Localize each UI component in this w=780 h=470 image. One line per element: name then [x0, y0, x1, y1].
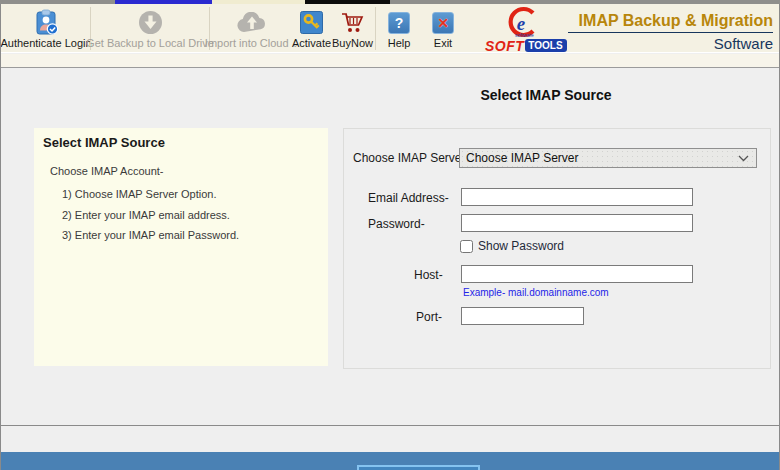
esofttools-logo: e software SOFTTOOLS — [485, 6, 555, 56]
app-title-line2: Software — [558, 35, 773, 52]
footer-gap — [1, 427, 779, 452]
email-label: Email Address- — [368, 191, 449, 205]
instruction-step-1: 1) Choose IMAP Server Option. — [62, 188, 216, 200]
chevron-down-icon — [738, 155, 756, 162]
password-input[interactable] — [461, 214, 693, 232]
activate-label: Activate — [292, 37, 331, 49]
get-backup-label: Get Backup to Local Drive — [86, 37, 214, 49]
app-title-line1: IMAP Backup & Migration — [558, 12, 773, 30]
imap-server-selected-value: Choose IMAP Server — [460, 151, 738, 165]
help-button[interactable]: ? Help — [378, 4, 420, 53]
email-input[interactable] — [461, 188, 693, 206]
get-backup-button[interactable]: Get Backup to Local Drive — [92, 4, 208, 53]
authenticate-login-label: Authenticate Login — [0, 37, 91, 49]
server-select-label: Choose IMAP Server- — [353, 151, 470, 165]
show-password-row: Show Password — [460, 239, 564, 253]
exit-x-icon: ✕ — [432, 9, 454, 36]
svg-text:e: e — [517, 13, 526, 34]
help-label: Help — [388, 37, 411, 49]
authenticate-login-button[interactable]: Authenticate Login — [3, 4, 89, 53]
instructions-subtitle: Choose IMAP Account- — [50, 165, 164, 177]
cloud-upload-icon — [236, 9, 268, 36]
bottom-blue-bar — [1, 452, 779, 470]
host-example-hint: Example- mail.domainname.com — [463, 287, 609, 298]
exit-button[interactable]: ✕ Exit — [422, 4, 464, 53]
buynow-button[interactable]: BuyNow — [331, 4, 374, 53]
port-input[interactable] — [461, 307, 584, 325]
app-window: Authenticate Login Get Backup to Local D… — [0, 0, 780, 470]
show-password-label: Show Password — [478, 239, 564, 253]
main-content: Select IMAP Source Select IMAP Source Ch… — [1, 69, 779, 426]
port-label: Port- — [416, 310, 442, 324]
download-circle-icon — [138, 9, 163, 36]
buynow-label: BuyNow — [332, 37, 373, 49]
page-title: Select IMAP Source — [321, 87, 771, 103]
buynow-cart-icon — [340, 9, 365, 36]
help-question-icon: ? — [388, 9, 410, 36]
imap-source-form-panel: Choose IMAP Server- Choose IMAP Server E… — [343, 128, 771, 369]
toolbar: Authenticate Login Get Backup to Local D… — [1, 4, 779, 53]
password-label: Password- — [368, 217, 425, 231]
authenticate-badge-icon — [33, 9, 59, 36]
toolbar-separator — [375, 7, 376, 50]
app-title-block: IMAP Backup & Migration Software — [558, 12, 773, 52]
activate-key-icon — [300, 9, 323, 36]
import-into-cloud-button[interactable]: Import into Cloud⌄ — [211, 4, 293, 53]
activate-button[interactable]: Activate — [289, 4, 334, 53]
exit-label: Exit — [434, 37, 452, 49]
instruction-step-2: 2) Enter your IMAP email address. — [62, 209, 230, 221]
host-label: Host- — [414, 268, 443, 282]
instruction-step-3: 3) Enter your IMAP email Password. — [62, 229, 239, 241]
show-password-checkbox[interactable] — [460, 240, 473, 253]
next-button-partial[interactable] — [357, 465, 480, 470]
import-into-cloud-label: Import into Cloud⌄ — [205, 37, 299, 49]
instructions-title: Select IMAP Source — [43, 135, 165, 150]
instructions-panel: Select IMAP Source Choose IMAP Account- … — [34, 128, 328, 366]
imap-server-select[interactable]: Choose IMAP Server — [459, 148, 757, 168]
title-divider — [568, 32, 773, 33]
logo-soft-label: SOFT — [485, 38, 524, 54]
host-input[interactable] — [461, 265, 693, 283]
sub-toolbar-strip — [1, 54, 779, 68]
